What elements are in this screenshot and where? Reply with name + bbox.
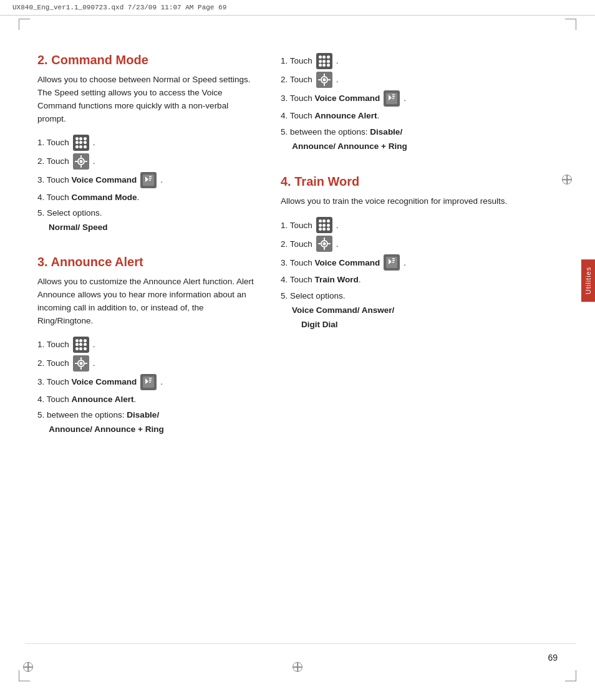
reg-circle-left [23,662,33,672]
right-cmd-steps: 1. Touch . 2 [281,53,570,153]
right-column: 1. Touch . 2 [274,53,570,439]
svg-rect-38 [318,243,321,244]
announce-alert-desc: Allows you to customize the Announce Ale… [37,276,256,328]
svg-point-24 [322,79,326,82]
cmd-mode-label: Command Mode [72,193,137,202]
settings-icon-3 [316,236,332,252]
svg-rect-3 [80,155,82,158]
section-train-word: 4. Train Word Allows you to train the vo… [281,175,570,332]
svg-rect-25 [324,74,325,76]
cmd-step-3: 3. Touch Voice Command . [37,172,256,188]
tw-step-4: 4. Touch Train Word. [281,273,570,287]
tw-options: Voice Command/ Answer/ Digit Dial [281,304,570,332]
tw-step-3: 3. Touch Voice Command . [281,254,570,271]
reg-circle-right [562,175,572,185]
voice-icon-1 [140,172,157,188]
apps-grid [75,339,87,350]
r-cmd-step-5: 5. between the options: Disable/ Announc… [281,125,570,154]
cmd-options: Normal/ Speed [37,221,256,235]
ann-step-2: 2. Touch . [37,355,256,372]
left-column: 2. Command Mode Allows you to choose bet… [37,53,274,439]
voice-icon-r1 [384,90,400,107]
dot [84,145,87,148]
voice-icon-3 [384,254,400,271]
svg-rect-15 [80,367,82,370]
dot [75,137,79,140]
r-cmd-step-1: 1. Touch . [281,53,570,69]
apps-icon-2 [73,337,89,353]
dot [79,137,82,140]
svg-rect-26 [324,84,325,86]
svg-rect-28 [328,79,331,80]
svg-rect-16 [75,363,77,364]
settings-icon-r1 [316,72,332,88]
train-word-title: 4. Train Word [281,175,570,189]
cmd-step-4: 4. Touch Command Mode. [37,191,256,204]
svg-rect-17 [85,363,87,364]
svg-rect-7 [143,175,154,186]
dot [79,145,82,148]
svg-rect-6 [85,161,87,162]
reg-mark-tr [565,19,576,30]
header-bar: UX840_Eng_ver1.1_090723.qxd 7/23/09 11:0… [0,0,595,16]
train-word-desc: Allows you to train the voice recognitio… [281,195,570,208]
command-mode-title: 2. Command Mode [37,53,256,67]
apps-icon-1 [73,135,89,151]
spacer1 [37,237,256,255]
svg-rect-18 [143,376,154,388]
section-command-mode: 2. Command Mode Allows you to choose bet… [37,53,256,235]
voice-icon-2 [140,374,157,390]
reg-mark-br [565,670,576,681]
utilities-tab: Utilities [581,259,595,302]
svg-rect-37 [324,247,325,250]
header-text: UX840_Eng_ver1.1_090723.qxd 7/23/09 11:0… [12,4,226,11]
svg-point-13 [79,362,82,365]
ann-step-1: 1. Touch . [37,337,256,353]
svg-rect-4 [80,165,82,168]
apps-grid [75,137,87,148]
settings-icon-2 [73,355,89,372]
ann-step-5: 5. between the options: Disable/ Announc… [37,408,256,437]
r-cmd-step-3: 3. Touch Voice Command . [281,90,570,107]
svg-rect-27 [318,79,321,80]
svg-rect-39 [328,243,331,244]
settings-icon-1 [73,153,89,170]
r-cmd-step-2: 2. Touch . [281,72,570,88]
ann-step-3: 3. Touch Voice Command . [37,374,256,390]
voice-cmd-label: Voice Command [72,175,137,185]
ann-step-4: 4. Touch Announce Alert. [37,393,256,406]
announce-alert-title: 3. Announce Alert [37,255,256,269]
dot [84,141,87,144]
cmd-step-1: 1. Touch . [37,135,256,151]
tw-step-2: 2. Touch . [281,236,570,252]
bottom-divider [25,643,576,644]
dot [84,137,87,140]
r-cmd-step-4: 4. Touch Announce Alert. [281,109,570,123]
svg-rect-29 [386,93,397,104]
reg-circle-center [293,662,302,672]
svg-rect-36 [324,237,325,240]
apps-icon-r1 [316,53,332,69]
svg-rect-5 [75,161,77,162]
main-content: 2. Command Mode Allows you to choose bet… [0,16,595,477]
section-announce-alert: 3. Announce Alert Allows you to customiz… [37,255,256,437]
command-mode-desc: Allows you to choose between Normal or S… [37,74,256,126]
dot [75,145,79,148]
svg-rect-14 [80,357,82,360]
tw-step-1: 1. Touch . [281,217,570,233]
svg-rect-40 [386,257,397,268]
svg-point-2 [79,160,82,163]
dot [79,141,82,144]
page-number: 69 [548,653,558,663]
reg-mark-tl [19,19,30,30]
spacer2 [281,158,570,175]
cmd-step-2: 2. Touch . [37,153,256,170]
svg-point-35 [322,242,326,246]
cmd-step-5: 5. Select options. Normal/ Speed [37,206,256,235]
tw-step-5: 5. Select options. Voice Command/ Answer… [281,289,570,332]
apps-icon-3 [316,217,332,233]
dot [75,141,79,144]
